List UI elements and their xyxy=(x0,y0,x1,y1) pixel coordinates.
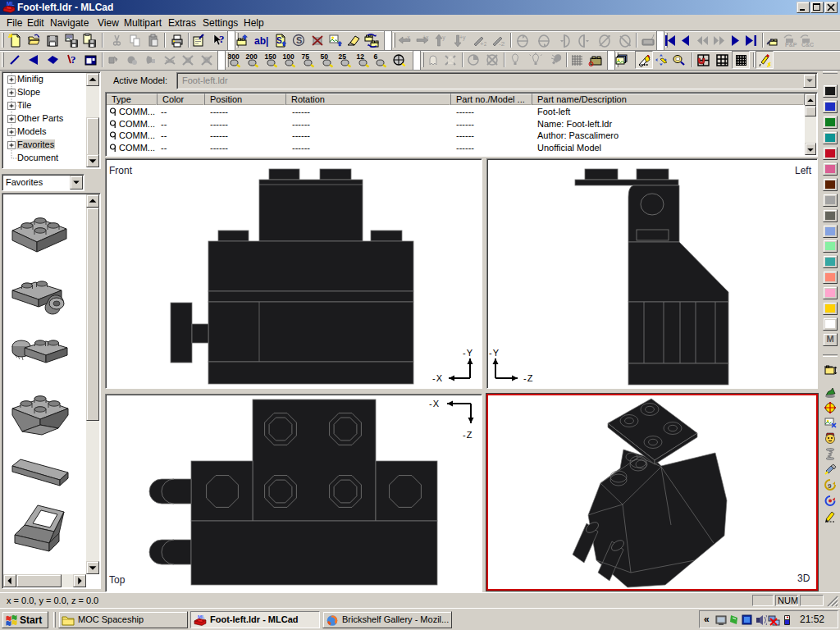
svg-text:ML: ML xyxy=(198,614,205,619)
svg-text:-y: -y xyxy=(441,34,445,41)
svg-text:300: 300 xyxy=(228,52,240,61)
svg-text:12: 12 xyxy=(357,52,365,61)
svg-text:S: S xyxy=(296,35,302,45)
svg-text:+x: +x xyxy=(422,34,429,40)
svg-text:200: 200 xyxy=(246,52,258,61)
svg-text:P&P: P&P xyxy=(785,42,797,48)
svg-text:75: 75 xyxy=(302,52,310,61)
svg-text:100: 100 xyxy=(283,52,294,61)
svg-text:50: 50 xyxy=(321,52,329,61)
svg-text:?: ? xyxy=(219,33,225,45)
svg-text:S: S xyxy=(276,36,282,45)
svg-text:ML: ML xyxy=(7,1,14,7)
svg-text:6: 6 xyxy=(374,52,378,61)
svg-text:+2: +2 xyxy=(480,40,486,48)
svg-text:?: ? xyxy=(71,53,76,66)
svg-text:150: 150 xyxy=(265,52,276,61)
svg-text:9: 9 xyxy=(828,482,832,490)
svg-text:-x: -x xyxy=(405,34,410,40)
svg-text:C&C: C&C xyxy=(801,42,814,48)
svg-text:-2: -2 xyxy=(499,40,505,48)
svg-text:25: 25 xyxy=(339,52,347,61)
svg-text:ab|: ab| xyxy=(254,35,268,47)
svg-text:+y: +y xyxy=(459,34,466,41)
